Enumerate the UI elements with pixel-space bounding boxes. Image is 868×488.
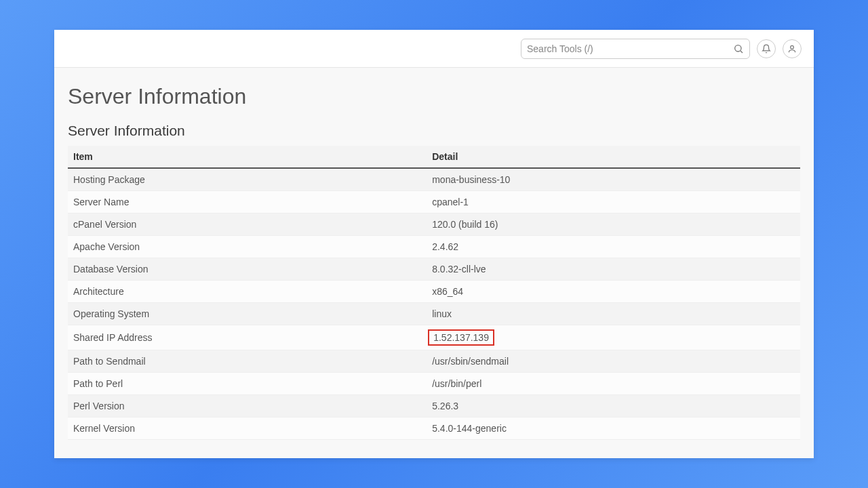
- table-row: Shared IP Address1.52.137.139: [68, 325, 800, 350]
- cell-detail: 5.26.3: [427, 395, 800, 418]
- cell-item: Architecture: [68, 281, 427, 303]
- search-tools[interactable]: [521, 39, 750, 59]
- cell-item: Hosting Package: [68, 168, 427, 191]
- search-input[interactable]: [527, 43, 733, 54]
- table-row: Path to Perl/usr/bin/perl: [68, 373, 800, 395]
- svg-point-0: [735, 45, 741, 51]
- cell-detail: mona-business-10: [427, 168, 800, 191]
- table-row: cPanel Version120.0 (build 16): [68, 214, 800, 236]
- col-header-item: Item: [68, 146, 427, 168]
- svg-point-2: [791, 45, 794, 49]
- cell-detail: 5.4.0-144-generic: [427, 418, 800, 440]
- cell-detail: 8.0.32-cll-lve: [427, 258, 800, 281]
- table-row: Apache Version2.4.62: [68, 236, 800, 258]
- cell-detail: /usr/bin/perl: [427, 373, 800, 395]
- content-area: Server Information Server Information It…: [54, 68, 814, 458]
- cell-detail: 1.52.137.139: [427, 325, 800, 350]
- highlighted-value: 1.52.137.139: [428, 329, 494, 346]
- notifications-button[interactable]: [757, 39, 776, 58]
- table-row: Server Namecpanel-1: [68, 191, 800, 214]
- topbar: [54, 30, 814, 68]
- cell-detail: x86_64: [427, 281, 800, 303]
- section-title: Server Information: [68, 123, 800, 139]
- table-row: Path to Sendmail/usr/sbin/sendmail: [68, 350, 800, 373]
- user-icon: [787, 44, 797, 54]
- svg-line-1: [741, 51, 743, 53]
- cell-detail: cpanel-1: [427, 191, 800, 214]
- cell-detail: 2.4.62: [427, 236, 800, 258]
- page-title: Server Information: [68, 84, 800, 109]
- cell-item: Perl Version: [68, 395, 427, 418]
- cell-item: Database Version: [68, 258, 427, 281]
- table-row: Architecturex86_64: [68, 281, 800, 303]
- server-info-table: Item Detail Hosting Packagemona-business…: [68, 146, 800, 440]
- col-header-detail: Detail: [427, 146, 800, 168]
- cell-item: cPanel Version: [68, 214, 427, 236]
- cell-detail: /usr/sbin/sendmail: [427, 350, 800, 373]
- cell-item: Kernel Version: [68, 418, 427, 440]
- table-row: Hosting Packagemona-business-10: [68, 168, 800, 191]
- table-row: Database Version8.0.32-cll-lve: [68, 258, 800, 281]
- cell-item: Server Name: [68, 191, 427, 214]
- cell-detail: linux: [427, 303, 800, 325]
- user-menu-button[interactable]: [783, 39, 802, 58]
- search-icon: [733, 43, 744, 54]
- app-window: Server Information Server Information It…: [54, 30, 814, 458]
- bell-icon: [762, 44, 771, 54]
- cell-item: Apache Version: [68, 236, 427, 258]
- table-row: Kernel Version5.4.0-144-generic: [68, 418, 800, 440]
- cell-item: Path to Sendmail: [68, 350, 427, 373]
- cell-detail: 120.0 (build 16): [427, 214, 800, 236]
- cell-item: Operating System: [68, 303, 427, 325]
- cell-item: Shared IP Address: [68, 325, 427, 350]
- table-row: Operating Systemlinux: [68, 303, 800, 325]
- cell-item: Path to Perl: [68, 373, 427, 395]
- table-row: Perl Version5.26.3: [68, 395, 800, 418]
